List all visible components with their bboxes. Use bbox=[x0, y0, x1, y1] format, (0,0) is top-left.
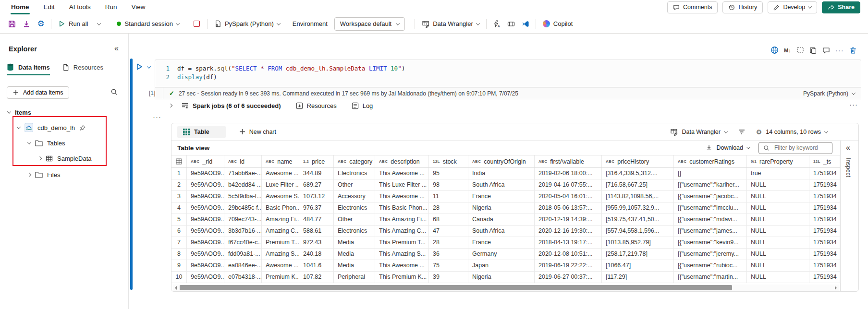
grid-cell[interactable]: 1041.6 bbox=[299, 260, 334, 271]
grid-cell[interactable]: Nigeria bbox=[468, 272, 535, 283]
grid-cell[interactable]: 9e59AOO9... bbox=[187, 202, 224, 214]
grid-cell[interactable]: Amazing S... bbox=[262, 249, 299, 260]
share-button[interactable]: Share bbox=[822, 1, 860, 13]
grid-cell[interactable]: 1751934 bbox=[809, 272, 840, 283]
export-button[interactable] bbox=[19, 17, 34, 31]
history-button[interactable]: History bbox=[722, 1, 763, 13]
grid-header-cell[interactable]: ABCcategory bbox=[334, 155, 375, 167]
grid-cell[interactable]: [258.17,219.78] bbox=[602, 249, 674, 260]
grid-header-cell[interactable]: ABC_rid bbox=[187, 155, 224, 167]
results-data-wrangler-button[interactable]: Data Wrangler bbox=[670, 128, 727, 136]
menu-run[interactable]: Run bbox=[98, 0, 124, 14]
grid-cell[interactable]: This Luxe Filter ... bbox=[375, 179, 429, 190]
grid-cell[interactable]: 9e59AOO9... bbox=[187, 214, 224, 225]
tree-item-lakehouse[interactable]: cdb_demo_lh bbox=[17, 122, 86, 133]
chevron-right-icon[interactable] bbox=[169, 104, 172, 107]
grid-cell[interactable]: Peripheral bbox=[334, 272, 375, 283]
cell-more-options-icon[interactable]: ··· bbox=[153, 113, 161, 120]
grid-cell[interactable]: 4 bbox=[171, 202, 187, 214]
grid-cell[interactable]: [{"username":"jeremy... bbox=[674, 249, 747, 260]
tree-item-tables[interactable]: Tables bbox=[28, 137, 65, 149]
settings-button[interactable]: ⚙ bbox=[34, 17, 48, 31]
grid-cell[interactable]: Nigeria bbox=[468, 202, 535, 214]
grid-cell[interactable]: This Basic Phon... bbox=[375, 202, 429, 214]
grid-cell[interactable]: [117.29] bbox=[602, 272, 674, 283]
grid-row[interactable]: 69e59AOO9...3b3d7b16-...Amazing C...588.… bbox=[171, 226, 840, 237]
grid-cell[interactable]: 1 bbox=[171, 168, 187, 179]
grid-cell[interactable]: [1013.85,952.79] bbox=[602, 237, 674, 248]
grid-cell[interactable]: Awesome S... bbox=[262, 191, 299, 202]
grid-cell[interactable]: 972.43 bbox=[299, 237, 334, 248]
grid-cell[interactable]: 1751934 bbox=[809, 191, 840, 202]
grid-cell[interactable]: 3 bbox=[171, 191, 187, 202]
grid-cell[interactable]: 10 bbox=[171, 272, 187, 283]
grid-cell[interactable]: This Awesome ... bbox=[375, 191, 429, 202]
horizontal-scrollbar[interactable] bbox=[173, 285, 839, 291]
menu-ai-tools[interactable]: AI tools bbox=[62, 0, 98, 14]
grid-cell[interactable]: This Premium K... bbox=[375, 272, 429, 283]
grid-cell[interactable]: 68 bbox=[429, 214, 468, 225]
grid-header-cell[interactable]: ABCfirstAvailable bbox=[535, 155, 602, 167]
grid-cell[interactable]: 1751934 bbox=[809, 214, 840, 225]
grid-header-cell[interactable]: ABCcustomerRatings bbox=[674, 155, 747, 167]
grid-cell[interactable]: 11 bbox=[429, 191, 468, 202]
grid-cell[interactable]: 240.18 bbox=[299, 249, 334, 260]
grid-header-cell[interactable]: 12Lstock bbox=[429, 155, 468, 167]
grid-cell[interactable]: 7 bbox=[171, 237, 187, 248]
markdown-icon[interactable]: M↓ bbox=[784, 48, 791, 53]
code-actions-button[interactable]: A bbox=[489, 17, 504, 31]
filter-keyword-input[interactable] bbox=[773, 144, 826, 152]
spark-jobs-toggle[interactable]: Spark jobs (6 of 6 succeeded) bbox=[181, 102, 281, 109]
grid-cell[interactable]: NULL bbox=[747, 237, 809, 248]
stop-session-button[interactable] bbox=[190, 17, 204, 31]
menu-home[interactable]: Home bbox=[4, 0, 37, 14]
globe-icon[interactable] bbox=[770, 46, 779, 54]
copilot-button[interactable]: Copilot bbox=[539, 17, 576, 31]
grid-cell[interactable]: 2020-05-04 16:01:... bbox=[535, 191, 602, 202]
grid-cell[interactable]: Media bbox=[334, 237, 375, 248]
grid-cell[interactable]: 3b3d7b16-... bbox=[224, 226, 262, 237]
grid-cell[interactable]: Awesome ... bbox=[262, 168, 299, 179]
grid-cell[interactable]: NULL bbox=[747, 272, 809, 283]
grid-cell[interactable]: 1751934 bbox=[809, 202, 840, 214]
grid-cell[interactable]: Luxe Filter ... bbox=[262, 179, 299, 190]
grid-cell[interactable]: Amazing C... bbox=[262, 226, 299, 237]
output-more-options-icon[interactable]: ··· bbox=[849, 101, 858, 108]
explorer-search-icon[interactable] bbox=[110, 88, 118, 95]
grid-cell[interactable]: [] bbox=[674, 168, 747, 179]
code-line[interactable]: 1df = spark.sql("SELECT * FROM cdb_demo_… bbox=[155, 64, 861, 73]
grid-cell[interactable]: 9e59AOO9... bbox=[187, 179, 224, 190]
grid-cell[interactable]: 1751934 bbox=[809, 179, 840, 190]
grid-cell[interactable]: Electronics bbox=[334, 202, 375, 214]
grid-cell[interactable]: f67cc40e-c... bbox=[224, 237, 262, 248]
vscode-button[interactable] bbox=[518, 17, 533, 31]
grid-cell[interactable]: 9e59AOO9... bbox=[187, 272, 224, 283]
more-options-icon[interactable]: ··· bbox=[835, 47, 844, 54]
grid-cell[interactable]: 107.82 bbox=[299, 272, 334, 283]
comment-icon[interactable] bbox=[822, 47, 830, 54]
grid-cell[interactable]: 9e59AOO9... bbox=[187, 168, 224, 179]
grid-cell[interactable]: 2019-06-27 00:37:... bbox=[535, 272, 602, 283]
grid-cell[interactable]: This Amazing Fi... bbox=[375, 214, 429, 225]
grid-cell[interactable]: 28 bbox=[429, 202, 468, 214]
grid-header-cell[interactable]: ABCdescription bbox=[375, 155, 429, 167]
grid-row[interactable]: 29e59AOO9...b42edd84-...Luxe Filter ...6… bbox=[171, 179, 840, 191]
grid-cell[interactable]: 9e59AOO9... bbox=[187, 226, 224, 237]
grid-cell[interactable]: 484.77 bbox=[299, 214, 334, 225]
session-status-button[interactable]: Standard session bbox=[113, 17, 183, 31]
grid-cell[interactable]: true bbox=[747, 168, 809, 179]
grid-header-cell[interactable]: ABCname bbox=[262, 155, 299, 167]
grid-cell[interactable]: 29bc485c-f... bbox=[224, 202, 262, 214]
grid-cell[interactable]: [519.75,437.41,50... bbox=[602, 214, 674, 225]
grid-cell[interactable]: 75 bbox=[429, 260, 468, 271]
grid-cell[interactable]: [716.58,667.25] bbox=[602, 179, 674, 190]
grid-cell[interactable]: ea0846ee-... bbox=[224, 260, 262, 271]
download-button[interactable]: Download bbox=[706, 144, 750, 151]
grid-cell[interactable]: Accessory bbox=[334, 191, 375, 202]
grid-row[interactable]: 109e59AOO9...e07b4318-...Premium K...107… bbox=[171, 272, 840, 283]
grid-cell[interactable]: 5 bbox=[171, 214, 187, 225]
scrollbar-thumb[interactable] bbox=[180, 285, 732, 290]
grid-cell[interactable]: 9 bbox=[171, 260, 187, 271]
grid-cell[interactable]: 9e59AOO9... bbox=[187, 237, 224, 248]
grid-cell[interactable]: [1066.47] bbox=[602, 260, 674, 271]
